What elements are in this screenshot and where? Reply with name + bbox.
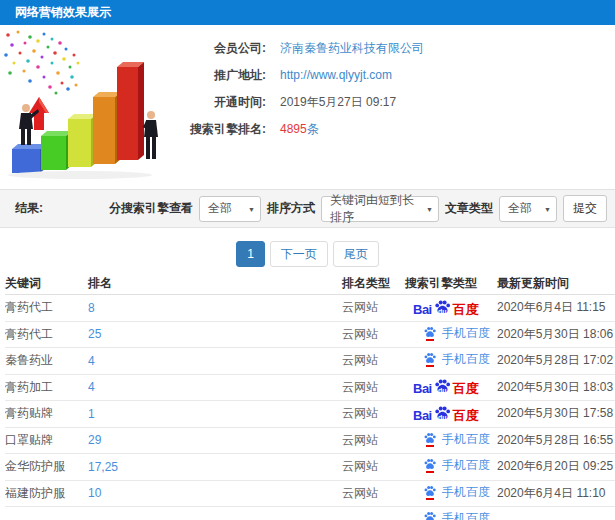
keyword-cell: 福建防护服 <box>5 485 88 502</box>
mobile-baidu-underline <box>426 365 434 367</box>
result-label: 结果: <box>15 200 43 217</box>
rank-link[interactable]: 4 <box>88 354 342 368</box>
search-engine-cell: 手机百度 <box>405 510 497 520</box>
shadow <box>8 171 152 179</box>
sort-select-value: 关键词由短到长排序 <box>330 192 422 226</box>
header-keyword: 关键词 <box>5 275 88 292</box>
company-label: 会员公司: <box>178 40 266 57</box>
mobile-baidu-badge: 手机百度 <box>423 351 490 368</box>
table-row: 秦鲁药业 4 云网站 手机百度 2020年5月28日 17:02 <box>5 348 615 375</box>
rank-type-cell: 云网站 <box>342 352 405 369</box>
red-bar-icon <box>117 62 144 160</box>
mobile-baidu-label: 手机百度 <box>442 325 490 342</box>
rank-type-cell: 云网站 <box>342 432 405 449</box>
filter-group: 分搜索引擎查看 全部 ▼ 排序方式 关键词由短到长排序 ▼ 文章类型 全部 ▼ … <box>109 195 607 222</box>
pagination: 1 下一页 尾页 <box>0 228 615 272</box>
table-row: 膏药加工 4 云网站 Bai du 百度 2020年5月30日 18:03 <box>5 375 615 402</box>
mobile-baidu-paw-icon <box>423 352 437 367</box>
table-row: 福建防护服 10 云网站 手机百度 2020年6月4日 11:10 <box>5 481 615 508</box>
search-engine-cell: 手机百度 <box>405 457 497 476</box>
submit-button[interactable]: 提交 <box>563 195 607 222</box>
page-title: 网络营销效果展示 <box>15 4 111 21</box>
baidu-logo: Bai du 百度 <box>413 405 479 422</box>
rank-link[interactable]: 17,25 <box>88 460 342 474</box>
baidu-bai-text: Bai <box>413 409 432 422</box>
search-engine-cell: 手机百度 <box>405 351 497 370</box>
green-bar-icon <box>41 131 72 170</box>
mobile-baidu-badge: 手机百度 <box>423 510 490 520</box>
mobile-baidu-paw-icon <box>423 485 437 500</box>
rank-count-suffix: 条 <box>307 122 319 136</box>
updated-time-cell: 2020年6月4日 11:15 <box>497 299 615 316</box>
search-engine-cell: 手机百度 <box>405 325 497 344</box>
engine-select-value: 全部 <box>208 200 232 217</box>
mobile-baidu-underline <box>426 339 434 341</box>
sort-filter-label: 排序方式 <box>267 200 315 217</box>
baidu-logo: Bai du 百度 <box>413 378 479 395</box>
opened-time: 2019年5月27日 09:17 <box>280 94 396 111</box>
engine-select[interactable]: 全部 ▼ <box>199 196 261 222</box>
last-page-button[interactable]: 尾页 <box>333 241 379 267</box>
updated-time-cell: 2020年5月30日 18:06 <box>497 326 615 343</box>
mobile-baidu-label: 手机百度 <box>442 351 490 368</box>
keyword-cell: 金华防护服 <box>5 458 88 475</box>
company-link[interactable]: 济南秦鲁药业科技有限公司 <box>280 40 424 57</box>
mobile-baidu-label: 手机百度 <box>442 484 490 501</box>
rank-count-label: 搜索引擎排名: <box>178 121 266 138</box>
rank-link[interactable]: 10 <box>88 486 342 500</box>
rank-link[interactable]: 8 <box>88 301 342 315</box>
chevron-down-icon: ▼ <box>248 206 255 213</box>
baidu-du-text: du <box>438 414 447 421</box>
baidu-logo: Bai du 百度 <box>413 299 479 316</box>
info-row-url: 推广地址: http://www.qlyyjt.com <box>178 62 615 88</box>
table-row: 金华防护服 17,25 云网站 手机百度 2020年6月20日 09:25 <box>5 454 615 481</box>
baidu-paw-icon: du <box>433 378 452 395</box>
promotion-url-link[interactable]: http://www.qlyyjt.com <box>280 68 392 82</box>
mobile-baidu-underline <box>426 498 434 500</box>
next-page-button[interactable]: 下一页 <box>270 241 328 267</box>
table-body: 膏药代工 8 云网站 Bai du 百度 2020年6月4日 11:15 膏药代… <box>5 295 615 520</box>
baidu-cn-text: 百度 <box>453 409 479 422</box>
table-row: 手机百度 <box>5 507 615 520</box>
search-engine-cell: 手机百度 <box>405 431 497 450</box>
baidu-paw-icon: du <box>433 405 452 422</box>
mobile-baidu-label: 手机百度 <box>442 431 490 448</box>
blue-bar-icon <box>12 144 46 173</box>
keyword-cell: 膏药加工 <box>5 379 88 396</box>
search-engine-cell: Bai du 百度 <box>405 405 497 423</box>
baidu-bai-text: Bai <box>413 382 432 395</box>
opened-label: 开通时间: <box>178 94 266 111</box>
rank-type-cell: 云网站 <box>342 458 405 475</box>
keyword-ranking-table: 关键词 排名 排名类型 搜索引擎类型 最新更新时间 膏药代工 8 云网站 Bai… <box>0 272 615 520</box>
mobile-baidu-badge: 手机百度 <box>423 457 490 474</box>
mobile-baidu-badge: 手机百度 <box>423 325 490 342</box>
mobile-baidu-label: 手机百度 <box>442 457 490 474</box>
header-updated: 最新更新时间 <box>497 275 615 292</box>
article-type-select[interactable]: 全部 ▼ <box>499 196 557 222</box>
rank-count-number: 4895 <box>280 122 307 136</box>
table-row: 膏药代工 8 云网站 Bai du 百度 2020年6月4日 11:15 <box>5 295 615 322</box>
updated-time-cell: 2020年6月4日 11:10 <box>497 485 615 502</box>
businessman-right-icon <box>143 111 158 159</box>
mobile-baidu-underline <box>426 445 434 447</box>
rank-link[interactable]: 1 <box>88 407 342 421</box>
updated-time-cell: 2020年5月30日 18:03 <box>497 379 615 396</box>
keyword-cell: 膏药代工 <box>5 299 88 316</box>
rank-type-cell: 云网站 <box>342 405 405 422</box>
mobile-baidu-underline <box>426 471 434 473</box>
baidu-du-text: du <box>438 308 447 315</box>
mobile-baidu-badge: 手机百度 <box>423 484 490 501</box>
rank-type-cell: 云网站 <box>342 326 405 343</box>
rank-link[interactable]: 25 <box>88 327 342 341</box>
sort-select[interactable]: 关键词由短到长排序 ▼ <box>321 196 439 222</box>
mobile-baidu-paw-icon <box>423 511 437 520</box>
baidu-cn-text: 百度 <box>453 382 479 395</box>
header-rank: 排名 <box>88 275 342 292</box>
rank-link[interactable]: 4 <box>88 380 342 394</box>
info-row-company: 会员公司: 济南秦鲁药业科技有限公司 <box>178 35 615 61</box>
table-row: 膏药贴牌 1 云网站 Bai du 百度 2020年5月30日 17:58 <box>5 401 615 428</box>
info-section: 会员公司: 济南秦鲁药业科技有限公司 推广地址: http://www.qlyy… <box>0 25 615 189</box>
page-1-button[interactable]: 1 <box>236 241 265 267</box>
mobile-baidu-paw-icon <box>423 458 437 473</box>
rank-link[interactable]: 29 <box>88 433 342 447</box>
